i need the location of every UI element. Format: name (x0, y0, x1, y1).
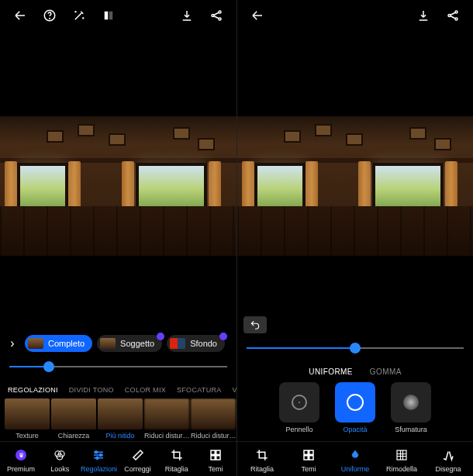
svg-point-10 (95, 451, 98, 454)
share-icon[interactable] (202, 2, 230, 29)
card-sfumatura[interactable]: Sfumatura (388, 382, 434, 433)
svg-rect-3 (109, 12, 113, 20)
tab-correggi[interactable]: Correggi (119, 447, 157, 473)
svg-rect-16 (216, 456, 220, 460)
svg-rect-14 (216, 450, 220, 454)
svg-rect-21 (309, 450, 313, 454)
tab-regolazioni-bottom[interactable]: Regolazioni (79, 447, 118, 473)
mode-chip-soggetto[interactable]: Soggetto (97, 335, 162, 352)
thumb-riduci-disturbo-1[interactable]: Riduci distur… (144, 398, 189, 440)
svg-rect-2 (105, 12, 109, 20)
svg-point-1 (50, 18, 50, 19)
mode-label: Soggetto (120, 339, 154, 348)
tab-disegna[interactable]: Disegna (425, 447, 471, 473)
thumb-chiarezza[interactable]: Chiarezza (51, 398, 96, 440)
photo-preview[interactable] (0, 116, 236, 256)
bottom-tabs-right: Ritaglia Temi Uniforme Rimodella Disegna (237, 441, 473, 476)
svg-rect-13 (211, 450, 215, 454)
help-icon[interactable] (36, 2, 64, 29)
svg-point-17 (448, 15, 451, 17)
svg-rect-15 (211, 456, 215, 460)
toolbar-right (237, 0, 473, 31)
tab-color-mix[interactable]: COLOR MIX (125, 386, 166, 394)
opacity-slider[interactable] (237, 336, 473, 363)
mode-label: Sfondo (190, 339, 217, 348)
right-pane: UNIFORME GOMMA Pennello Opacità Sfumatur… (236, 0, 473, 476)
toolbar-left (0, 0, 236, 31)
tab-temi[interactable]: Temi (285, 447, 332, 473)
adjust-thumbnails: Texture Chiarezza Più nitido Riduci dist… (0, 398, 236, 441)
tab-rimodella[interactable]: Rimodella (378, 447, 425, 473)
photo-preview[interactable] (237, 116, 473, 256)
bottom-tabs-left: Premium Looks Regolazioni Correggi Ritag… (0, 441, 236, 476)
svg-point-18 (455, 11, 457, 13)
tab-sfocatura[interactable]: SFOCATURA (177, 386, 222, 394)
tab-looks[interactable]: Looks (40, 447, 79, 473)
switch-gomma[interactable]: GOMMA (370, 367, 402, 376)
svg-point-4 (212, 15, 214, 17)
adjust-slider[interactable] (0, 355, 236, 381)
tab-ritaglia[interactable]: Ritaglia (239, 447, 285, 473)
svg-rect-22 (304, 456, 308, 460)
back-icon[interactable] (6, 2, 34, 29)
chevron-right-icon[interactable]: › (5, 336, 20, 350)
download-icon[interactable] (173, 2, 201, 29)
svg-point-5 (219, 11, 221, 13)
section-tabs: REGOLAZIONI DIVIDI TONO COLOR MIX SFOCAT… (0, 381, 236, 398)
svg-rect-24 (397, 450, 406, 460)
compare-icon[interactable] (95, 2, 123, 29)
thumb-texture[interactable]: Texture (5, 398, 50, 440)
premium-badge-icon (219, 333, 227, 340)
tool-cards: Pennello Opacità Sfumatura (237, 382, 473, 441)
left-pane: › Completo Soggetto Sfondo REGOLAZIONI D… (0, 0, 236, 476)
svg-rect-20 (304, 450, 308, 454)
opacity-pattern-icon (347, 394, 364, 411)
uniforme-gomma-switch: UNIFORME GOMMA (237, 363, 473, 382)
magic-wand-icon[interactable] (65, 2, 93, 29)
svg-point-11 (100, 454, 102, 457)
undo-button[interactable] (243, 316, 267, 333)
switch-uniforme[interactable]: UNIFORME (309, 367, 353, 376)
mode-label: Completo (48, 339, 85, 348)
tab-regolazioni[interactable]: REGOLAZIONI (8, 386, 58, 394)
svg-point-6 (219, 18, 221, 20)
gradient-circle-icon (403, 395, 419, 410)
thumb-piu-nitido[interactable]: Più nitido (98, 398, 143, 440)
premium-badge-icon (157, 333, 164, 340)
brush-circle-icon (292, 395, 307, 410)
svg-rect-23 (309, 456, 313, 460)
tab-premium[interactable]: Premium (2, 447, 40, 473)
tab-temi[interactable]: Temi (196, 447, 235, 473)
tab-dividi-tono[interactable]: DIVIDI TONO (69, 386, 114, 394)
mode-chip-sfondo[interactable]: Sfondo (167, 335, 225, 352)
tab-ritaglia[interactable]: Ritaglia (157, 447, 196, 473)
download-icon[interactable] (409, 2, 437, 29)
svg-point-19 (455, 18, 457, 20)
card-pennello[interactable]: Pennello (276, 382, 323, 433)
crown-icon (16, 450, 26, 460)
thumb-riduci-disturbo-2[interactable]: Riduci distur… (191, 398, 236, 440)
tab-uniforme[interactable]: Uniforme (332, 447, 378, 473)
back-icon[interactable] (243, 2, 271, 29)
card-opacita[interactable]: Opacità (332, 382, 378, 433)
mode-chip-completo[interactable]: Completo (25, 335, 92, 352)
share-icon[interactable] (439, 2, 467, 29)
selection-mode-row: › Completo Soggetto Sfondo (0, 332, 236, 355)
svg-point-12 (96, 457, 98, 459)
